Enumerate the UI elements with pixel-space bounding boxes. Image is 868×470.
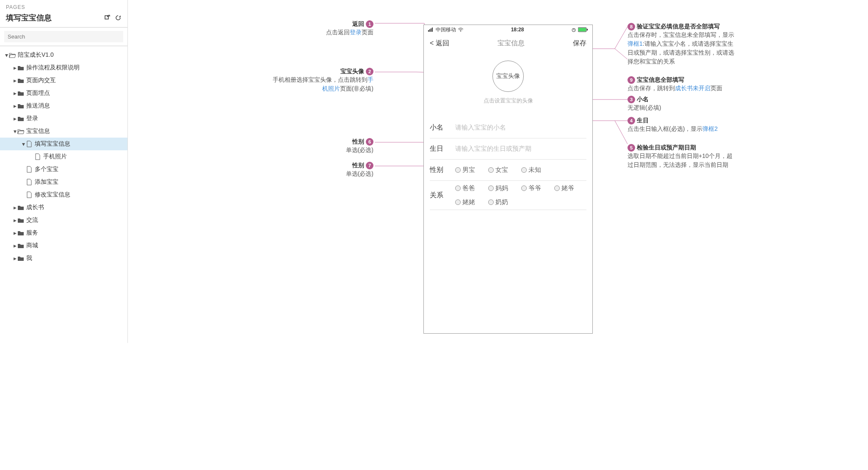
- annotation-1: 返回 1 点击返回登录页面: [272, 20, 373, 37]
- radio-icon: [488, 199, 494, 205]
- annotation-7: 性别 7 单选(必选): [272, 162, 373, 178]
- status-bar: 中国移动 18:28: [424, 25, 592, 34]
- expand-arrow-icon[interactable]: ▾: [4, 52, 8, 58]
- annotation-6: 性别 6 单选(必选): [272, 138, 373, 155]
- expand-arrow-icon[interactable]: ▸: [13, 229, 17, 236]
- radio-icon: [455, 199, 461, 205]
- expand-arrow-icon[interactable]: ▸: [13, 204, 17, 211]
- gender-label: 性别: [430, 166, 455, 174]
- folder-icon: [17, 230, 25, 236]
- annotation-5: 5 检验生日或预产期日期 选取日期不能超过当前日期+10个月，超过日期范围，无法…: [628, 144, 738, 169]
- radio-label: 女宝: [495, 166, 508, 174]
- radio-icon: [455, 185, 461, 191]
- tree-item[interactable]: ▸服务: [0, 227, 127, 239]
- radio-label: 姥爷: [561, 184, 574, 192]
- canvas[interactable]: 中国移动 18:28 < 返回 宝宝信息 保: [128, 0, 868, 343]
- avatar-placeholder[interactable]: 宝宝头像: [492, 61, 524, 92]
- tree-item[interactable]: ▸页面埋点: [0, 87, 127, 100]
- tree-item[interactable]: ▸我: [0, 252, 127, 265]
- relation-option[interactable]: 奶奶: [488, 198, 512, 206]
- nav-title: 宝宝信息: [498, 39, 525, 48]
- row-nickname[interactable]: 小名 请输入宝宝的小名: [430, 117, 586, 138]
- expand-arrow-icon[interactable]: ▸: [13, 77, 17, 84]
- signal-icon: [428, 28, 434, 32]
- relation-option[interactable]: 爷爷: [521, 184, 545, 192]
- tree-item-label: 推送消息: [26, 102, 50, 110]
- save-button[interactable]: 保存: [573, 39, 586, 48]
- tree-item[interactable]: ▸登录: [0, 112, 127, 125]
- folder-icon: [17, 116, 25, 122]
- tree-item-label: 我: [26, 254, 32, 262]
- folder-open-icon: [8, 52, 16, 58]
- page-tree: ▾陪宝成长V1.0▸操作流程及权限说明▸页面内交互▸页面埋点▸推送消息▸登录▾宝…: [0, 46, 127, 343]
- expand-arrow-icon[interactable]: ▾: [21, 141, 25, 147]
- tree-item[interactable]: 手机照片: [0, 150, 127, 163]
- relation-label: 关系: [430, 191, 455, 200]
- tree-item-label: 陪宝成长V1.0: [18, 51, 54, 59]
- annotation-2: 宝宝头像 2 手机相册选择宝宝头像，点击跳转到手机照片页面(非必填): [272, 68, 373, 93]
- tree-item-label: 交流: [26, 216, 38, 224]
- expand-arrow-icon[interactable]: ▸: [13, 90, 17, 97]
- radio-label: 妈妈: [495, 184, 508, 192]
- tree-item-label: 操作流程及权限说明: [26, 64, 80, 72]
- folder-icon: [17, 90, 25, 96]
- radio-label: 爷爷: [528, 184, 541, 192]
- gender-option[interactable]: 女宝: [488, 166, 512, 174]
- folder-open-icon: [17, 128, 25, 134]
- tree-item-label: 修改宝宝信息: [35, 191, 70, 199]
- svg-rect-1: [429, 29, 430, 32]
- nickname-placeholder: 请输入宝宝的小名: [455, 124, 586, 132]
- svg-rect-0: [428, 30, 429, 32]
- relation-option[interactable]: 爸爸: [455, 184, 479, 192]
- row-relation: 关系 爸爸妈妈爷爷姥爷姥姥奶奶: [430, 181, 586, 210]
- annotation-4: 4 生日 点击生日输入框(必选)，显示弹框2: [628, 117, 738, 133]
- status-time: 18:28: [511, 27, 524, 33]
- expand-arrow-icon[interactable]: ▾: [13, 128, 17, 135]
- tree-item[interactable]: ▾宝宝信息: [0, 125, 127, 138]
- export-icon[interactable]: [104, 14, 111, 21]
- expand-arrow-icon[interactable]: ▸: [13, 115, 17, 122]
- sidebar: PAGES 填写宝宝信息 ▾陪宝成长V1.0▸操作流程及权限说明▸页面内交互▸页…: [0, 0, 128, 343]
- expand-arrow-icon[interactable]: ▸: [13, 242, 17, 249]
- folder-icon: [17, 205, 25, 210]
- row-birthday[interactable]: 生日 请输入宝宝的生日或预产期: [430, 138, 586, 160]
- radio-icon: [455, 167, 461, 173]
- radio-label: 爸爸: [462, 184, 475, 192]
- gender-option[interactable]: 男宝: [455, 166, 479, 174]
- tree-item[interactable]: ▸商城: [0, 239, 127, 252]
- tree-item[interactable]: 多个宝宝: [0, 163, 127, 176]
- radio-label: 姥姥: [462, 198, 475, 206]
- relation-option[interactable]: 妈妈: [488, 184, 512, 192]
- folder-icon: [17, 243, 25, 249]
- radio-label: 奶奶: [495, 198, 508, 206]
- tree-item[interactable]: ▸交流: [0, 214, 127, 227]
- tree-item[interactable]: ▸推送消息: [0, 100, 127, 112]
- expand-arrow-icon[interactable]: ▸: [13, 64, 17, 71]
- tree-item[interactable]: 修改宝宝信息: [0, 188, 127, 201]
- radio-label: 男宝: [462, 166, 475, 174]
- search-input[interactable]: [4, 31, 123, 42]
- page-icon: [25, 179, 33, 185]
- tree-item[interactable]: 添加宝宝: [0, 176, 127, 188]
- tree-item[interactable]: ▸成长书: [0, 201, 127, 214]
- carrier-label: 中国移动: [436, 26, 456, 33]
- tree-item[interactable]: ▾填写宝宝信息: [0, 138, 127, 150]
- page-title: 填写宝宝信息: [6, 13, 52, 23]
- expand-arrow-icon[interactable]: ▸: [13, 255, 17, 262]
- expand-arrow-icon[interactable]: ▸: [13, 217, 17, 224]
- tree-item[interactable]: ▸操作流程及权限说明: [0, 61, 127, 74]
- battery-icon: [578, 27, 588, 32]
- expand-arrow-icon[interactable]: ▸: [13, 102, 17, 109]
- refresh-icon[interactable]: [115, 14, 122, 21]
- radio-icon: [521, 185, 527, 191]
- relation-option[interactable]: 姥爷: [554, 184, 578, 192]
- tree-item-label: 商城: [26, 242, 38, 249]
- svg-rect-2: [431, 28, 431, 32]
- tree-item[interactable]: ▸页面内交互: [0, 74, 127, 87]
- back-button[interactable]: < 返回: [430, 39, 449, 48]
- gender-option[interactable]: 未知: [521, 166, 545, 174]
- folder-icon: [17, 255, 25, 261]
- tree-item[interactable]: ▾陪宝成长V1.0: [0, 49, 127, 61]
- alarm-icon: [571, 27, 576, 32]
- relation-option[interactable]: 姥姥: [455, 198, 479, 206]
